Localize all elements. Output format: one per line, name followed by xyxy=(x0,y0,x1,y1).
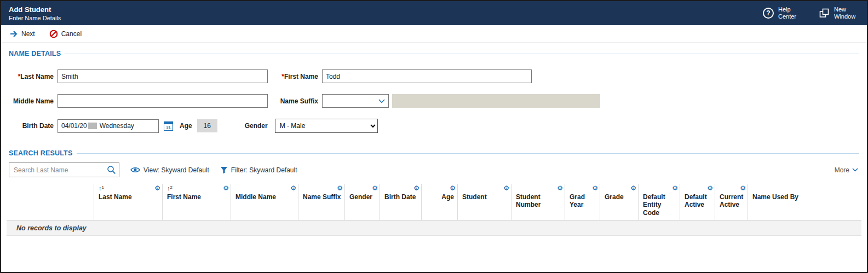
header-actions: ? Help Center New Window xyxy=(763,6,858,20)
gear-icon[interactable]: ⚙ xyxy=(672,185,678,191)
page-title: Add Student xyxy=(9,5,61,14)
first-name-label: *First Name xyxy=(280,73,318,80)
gear-icon[interactable]: ⚙ xyxy=(740,185,746,191)
birth-date-value: 04/01/20 xyxy=(61,122,87,130)
suffix-disabled-field xyxy=(392,94,600,108)
help-center-button[interactable]: ? Help Center xyxy=(763,6,802,20)
add-student-page: Add Student Enter Name Details ? Help Ce… xyxy=(0,0,868,273)
name-suffix-dropdown[interactable] xyxy=(322,94,389,108)
help-icon: ? xyxy=(763,8,774,19)
gear-icon[interactable]: ⚙ xyxy=(154,185,160,191)
gear-icon[interactable]: ⚙ xyxy=(413,185,419,191)
first-name-input[interactable] xyxy=(322,69,532,83)
gear-icon[interactable]: ⚙ xyxy=(630,185,636,191)
gear-icon[interactable]: ⚙ xyxy=(337,185,343,191)
column-header-current-active[interactable]: ⚙ Current Active xyxy=(715,184,748,220)
cancel-label: Cancel xyxy=(61,30,82,38)
search-controls: View: Skyward Default Filter: Skyward De… xyxy=(9,162,858,177)
section-divider xyxy=(65,54,859,54)
column-header-last-name[interactable]: ↑1 ⚙ Last Name xyxy=(94,184,163,220)
view-label: View: Skyward Default xyxy=(143,166,209,174)
column-header-age[interactable]: ⚙ Age xyxy=(422,184,458,220)
filter-label: Filter: Skyward Default xyxy=(231,166,297,174)
column-header-name-suffix[interactable]: ⚙ Name Suffix xyxy=(298,184,345,220)
chevron-down-icon xyxy=(852,168,858,172)
column-header-student-number[interactable]: ⚙ Student Number xyxy=(511,184,565,220)
column-header-birth-date[interactable]: ⚙ Birth Date xyxy=(380,184,422,220)
section-divider xyxy=(77,153,859,154)
form-row-3: Birth Date 04/01/20 Wednesday 31 Age 16 … xyxy=(9,119,859,133)
help-center-label: Help Center xyxy=(778,6,802,20)
more-button[interactable]: More xyxy=(835,166,858,174)
gender-select[interactable]: M - Male xyxy=(275,119,378,133)
page-header: Add Student Enter Name Details ? Help Ce… xyxy=(1,1,867,25)
last-name-input[interactable] xyxy=(58,69,268,83)
column-header-gender[interactable]: ⚙ Gender xyxy=(345,184,380,220)
sort-ascending-icon: ↑2 xyxy=(167,185,173,191)
column-header-first-name[interactable]: ↑2 ⚙ First Name xyxy=(163,184,231,220)
page-subtitle: Enter Name Details xyxy=(9,15,61,21)
birth-date-input[interactable]: 04/01/20 Wednesday xyxy=(58,119,159,133)
middle-name-label: Middle Name xyxy=(9,97,54,105)
column-header-default-entity-code[interactable]: ⚙ Default Entity Code xyxy=(639,184,680,220)
age-label: Age xyxy=(180,122,192,130)
search-results-title: SEARCH RESULTS xyxy=(9,149,72,157)
last-name-label: *Last Name xyxy=(9,73,54,80)
view-selector[interactable]: View: Skyward Default xyxy=(130,166,209,174)
gear-icon[interactable]: ⚙ xyxy=(557,185,563,191)
age-value: 16 xyxy=(197,119,217,132)
more-label: More xyxy=(835,166,849,174)
gear-icon[interactable]: ⚙ xyxy=(450,185,456,191)
middle-name-input[interactable] xyxy=(58,94,268,108)
column-header-grade[interactable]: ⚙ Grade xyxy=(600,184,639,220)
column-header-grad-year[interactable]: ⚙ Grad Year xyxy=(565,184,600,220)
form-row-2: Middle Name Name Suffix xyxy=(9,94,859,108)
redacted-year xyxy=(88,123,97,129)
birth-date-weekday: Wednesday xyxy=(100,122,134,130)
column-header-default-active[interactable]: ⚙ Default Active xyxy=(680,184,715,220)
new-window-icon xyxy=(819,8,830,19)
eye-icon xyxy=(130,166,140,173)
no-records-row: No records to display xyxy=(7,220,861,236)
calendar-icon[interactable]: 31 xyxy=(164,121,173,131)
filter-icon xyxy=(220,166,228,174)
search-last-name-input[interactable] xyxy=(9,162,119,177)
search-box xyxy=(9,162,119,177)
gender-label: Gender xyxy=(245,122,268,130)
column-header-student[interactable]: ⚙ Student xyxy=(458,184,511,220)
cancel-icon xyxy=(49,30,58,38)
name-details-title: NAME DETAILS xyxy=(9,50,61,57)
grid-header-row: ↑1 ⚙ Last Name ↑2 ⚙ First Name ⚙ Middle … xyxy=(7,184,861,220)
cancel-button[interactable]: Cancel xyxy=(49,30,82,38)
gear-icon[interactable]: ⚙ xyxy=(372,185,378,191)
gear-icon[interactable]: ⚙ xyxy=(290,185,296,191)
empty-message: No records to display xyxy=(16,224,87,232)
column-header-name-used-by[interactable]: Name Used By xyxy=(748,184,861,220)
next-label: Next xyxy=(21,30,35,38)
new-window-label: New Window xyxy=(834,6,858,20)
gear-icon[interactable]: ⚙ xyxy=(592,185,598,191)
next-button[interactable]: Next xyxy=(10,30,35,38)
action-toolbar: Next Cancel xyxy=(1,25,867,43)
new-window-button[interactable]: New Window xyxy=(819,6,858,20)
header-titles: Add Student Enter Name Details xyxy=(9,5,61,21)
arrow-right-icon xyxy=(10,31,18,37)
birth-date-label: Birth Date xyxy=(9,122,54,130)
gear-icon[interactable]: ⚙ xyxy=(707,185,713,191)
column-header-middle-name[interactable]: ⚙ Middle Name xyxy=(231,184,298,220)
calendar-icon-day: 31 xyxy=(164,124,173,130)
sort-ascending-icon: ↑1 xyxy=(99,185,104,191)
results-grid: ↑1 ⚙ Last Name ↑2 ⚙ First Name ⚙ Middle … xyxy=(7,184,861,236)
name-suffix-label: Name Suffix xyxy=(280,97,318,105)
gear-icon[interactable]: ⚙ xyxy=(503,185,509,191)
form-row-1: *Last Name *First Name xyxy=(9,69,859,83)
search-icon[interactable] xyxy=(107,165,116,175)
search-results-section-header: SEARCH RESULTS xyxy=(9,149,859,157)
column-header-blank xyxy=(7,184,94,220)
filter-selector[interactable]: Filter: Skyward Default xyxy=(220,166,297,174)
gear-icon[interactable]: ⚙ xyxy=(223,185,229,191)
name-details-section-header: NAME DETAILS xyxy=(9,50,859,57)
name-details-form: *Last Name *First Name Middle Name Name … xyxy=(1,57,867,136)
chevron-down-icon xyxy=(378,99,385,103)
